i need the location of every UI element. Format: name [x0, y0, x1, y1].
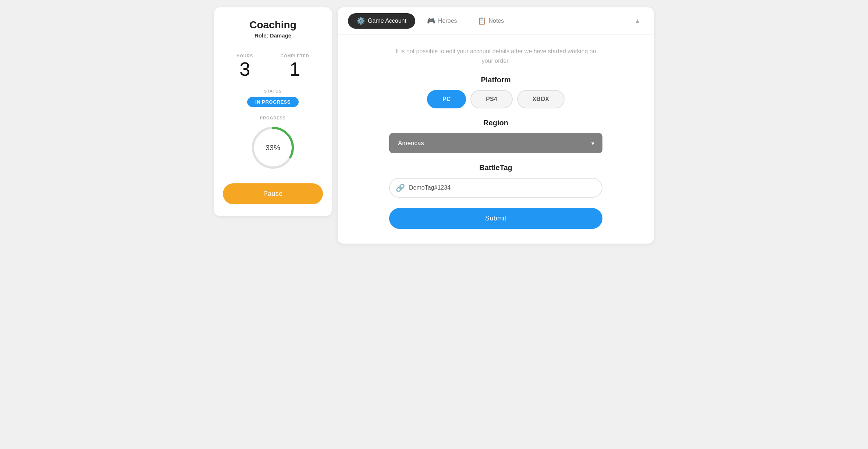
- tab-game-account[interactable]: ⚙️ Game Account: [348, 13, 415, 29]
- region-select-wrapper: Americas Europe Asia: [389, 133, 602, 153]
- stats-row: HOURS 3 COMPLETED 1: [223, 54, 323, 79]
- coaching-title: Coaching: [249, 19, 296, 31]
- status-label: STATUS: [264, 89, 282, 93]
- battletag-title: BattleTag: [479, 164, 512, 172]
- platform-title: Platform: [481, 76, 511, 84]
- progress-ring: 33%: [249, 124, 297, 172]
- collapse-button[interactable]: ▲: [631, 16, 644, 26]
- notes-icon: 📋: [478, 17, 486, 25]
- info-text: It is not possible to edit your account …: [393, 47, 599, 65]
- status-section: STATUS IN PROGRESS: [247, 89, 299, 107]
- pause-button[interactable]: Pause: [223, 183, 323, 204]
- region-select[interactable]: Americas Europe Asia: [389, 133, 602, 153]
- tab-notes[interactable]: 📋 Notes: [469, 13, 513, 29]
- battletag-icon: 🔗: [396, 183, 405, 192]
- hours-value: 3: [239, 60, 250, 79]
- battletag-input-wrapper: 🔗: [389, 178, 602, 198]
- panel-body: It is not possible to edit your account …: [338, 35, 654, 244]
- battletag-group: BattleTag 🔗: [355, 164, 636, 198]
- game-account-panel: ⚙️ Game Account 🎮 Heroes 📋 Notes ▲ It is…: [338, 7, 654, 244]
- coaching-role: Role: Damage: [255, 32, 291, 39]
- role-label: Role:: [255, 32, 268, 39]
- platform-pc-button[interactable]: PC: [427, 90, 466, 108]
- progress-text: 33%: [266, 144, 280, 152]
- platform-ps4-button[interactable]: PS4: [470, 90, 512, 108]
- completed-block: COMPLETED 1: [281, 54, 309, 79]
- hours-block: HOURS 3: [236, 54, 253, 79]
- role-value: Damage: [270, 32, 291, 39]
- platform-buttons: PC PS4 XBOX: [427, 90, 565, 108]
- heroes-icon: 🎮: [427, 17, 435, 25]
- tab-heroes[interactable]: 🎮 Heroes: [418, 13, 466, 29]
- coaching-panel: Coaching Role: Damage HOURS 3 COMPLETED …: [214, 7, 332, 216]
- region-group: Region Americas Europe Asia: [355, 119, 636, 153]
- region-title: Region: [483, 119, 508, 127]
- progress-label: PROGRESS: [260, 116, 286, 120]
- hours-label: HOURS: [236, 54, 253, 58]
- platform-xbox-button[interactable]: XBOX: [517, 90, 565, 108]
- status-badge: IN PROGRESS: [247, 97, 299, 107]
- submit-button[interactable]: Submit: [389, 208, 602, 229]
- battletag-input[interactable]: [389, 178, 602, 198]
- tab-notes-label: Notes: [489, 18, 504, 24]
- tabs-header: ⚙️ Game Account 🎮 Heroes 📋 Notes ▲: [338, 7, 654, 35]
- progress-section: PROGRESS 33%: [249, 116, 297, 172]
- tab-game-account-label: Game Account: [368, 18, 406, 24]
- gear-icon: ⚙️: [357, 17, 365, 25]
- divider: [223, 46, 323, 46]
- platform-group: Platform PC PS4 XBOX: [355, 76, 636, 108]
- completed-value: 1: [289, 60, 300, 79]
- completed-label: COMPLETED: [281, 54, 309, 58]
- tab-heroes-label: Heroes: [438, 18, 457, 24]
